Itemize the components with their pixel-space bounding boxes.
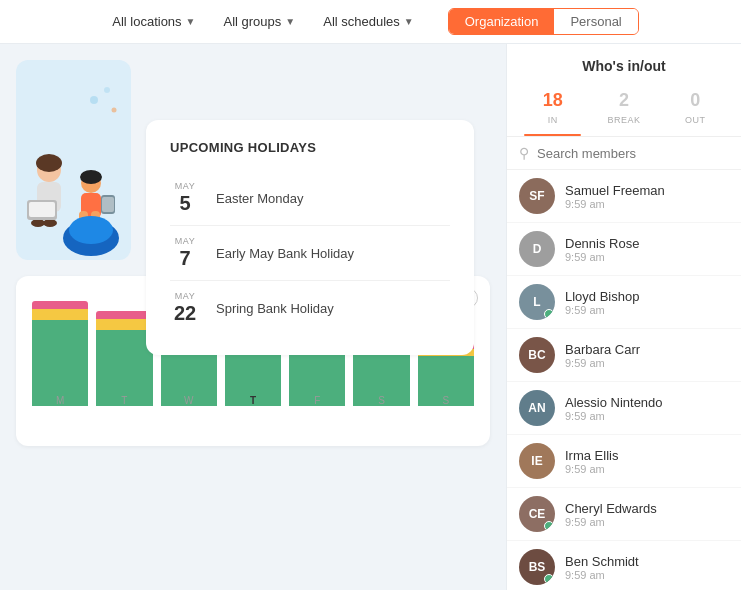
member-name: Samuel Freeman bbox=[565, 183, 729, 198]
avatar-initials: BC bbox=[528, 348, 545, 362]
locations-label: All locations bbox=[112, 14, 181, 29]
schedules-label: All schedules bbox=[323, 14, 400, 29]
holiday-item: MAY 22 Spring Bank Holiday bbox=[170, 281, 450, 335]
holiday-date: MAY 7 bbox=[170, 236, 200, 270]
schedules-dropdown[interactable]: All schedules ▼ bbox=[313, 8, 424, 35]
svg-rect-11 bbox=[29, 202, 55, 217]
svg-point-2 bbox=[111, 108, 116, 113]
chevron-down-icon: ▼ bbox=[404, 16, 414, 27]
bar-day-label: S bbox=[442, 395, 449, 406]
member-time: 9:59 am bbox=[565, 569, 729, 581]
bar-day-label: M bbox=[56, 395, 64, 406]
holiday-item: MAY 7 Early May Bank Holiday bbox=[170, 226, 450, 281]
member-time: 9:59 am bbox=[565, 304, 729, 316]
search-bar: ⚲ bbox=[507, 137, 741, 170]
avatar: BS bbox=[519, 549, 555, 585]
bar-day-label: F bbox=[314, 395, 320, 406]
top-navigation: All locations ▼ All groups ▼ All schedul… bbox=[0, 0, 741, 44]
holiday-date: MAY 5 bbox=[170, 181, 200, 215]
chevron-down-icon: ▼ bbox=[285, 16, 295, 27]
search-input[interactable] bbox=[537, 146, 729, 161]
list-item[interactable]: D Dennis Rose 9:59 am bbox=[507, 223, 741, 276]
break-count: 2 bbox=[592, 90, 655, 111]
member-info: Ben Schmidt 9:59 am bbox=[565, 554, 729, 581]
top-section: UPCOMING HOLIDAYS MAY 5 Easter Monday MA… bbox=[16, 60, 490, 260]
list-item[interactable]: BS Ben Schmidt 9:59 am bbox=[507, 541, 741, 590]
holiday-item: MAY 5 Easter Monday bbox=[170, 171, 450, 226]
view-toggle: Organization Personal bbox=[448, 8, 639, 35]
in-count: 18 bbox=[521, 90, 584, 111]
avatar: IE bbox=[519, 443, 555, 479]
holiday-day: 22 bbox=[170, 301, 200, 325]
break-label: BREAK bbox=[607, 115, 640, 125]
holidays-card: UPCOMING HOLIDAYS MAY 5 Easter Monday MA… bbox=[146, 120, 474, 355]
organization-toggle[interactable]: Organization bbox=[449, 9, 555, 34]
groups-label: All groups bbox=[224, 14, 282, 29]
bar-day-label: S bbox=[378, 395, 385, 406]
avatar: SF bbox=[519, 178, 555, 214]
member-name: Barbara Carr bbox=[565, 342, 729, 357]
bar-segment-pink bbox=[32, 301, 88, 309]
list-item[interactable]: IE Irma Ellis 9:59 am bbox=[507, 435, 741, 488]
avatar-initials: BS bbox=[529, 560, 546, 574]
avatar: D bbox=[519, 231, 555, 267]
tab-break[interactable]: 2 BREAK bbox=[588, 84, 659, 136]
member-info: Irma Ellis 9:59 am bbox=[565, 448, 729, 475]
locations-dropdown[interactable]: All locations ▼ bbox=[102, 8, 205, 35]
list-item[interactable]: BC Barbara Carr 9:59 am bbox=[507, 329, 741, 382]
whos-inout-title: Who's in/out bbox=[507, 44, 741, 84]
avatar: AN bbox=[519, 390, 555, 426]
member-info: Cheryl Edwards 9:59 am bbox=[565, 501, 729, 528]
member-time: 9:59 am bbox=[565, 463, 729, 475]
list-item[interactable]: L Lloyd Bishop 9:59 am bbox=[507, 276, 741, 329]
bar-day-label: T bbox=[250, 395, 256, 406]
svg-point-1 bbox=[104, 87, 110, 93]
bar-segment-pink bbox=[96, 311, 152, 319]
svg-point-4 bbox=[36, 154, 62, 172]
svg-rect-20 bbox=[102, 197, 114, 212]
member-time: 9:59 am bbox=[565, 357, 729, 369]
holiday-month: MAY bbox=[170, 291, 200, 301]
avatar-initials: D bbox=[533, 242, 542, 256]
bar-segment-yellow bbox=[96, 319, 152, 330]
member-name: Ben Schmidt bbox=[565, 554, 729, 569]
bar-day-label: W bbox=[184, 395, 193, 406]
member-time: 9:59 am bbox=[565, 198, 729, 210]
avatar: CE bbox=[519, 496, 555, 532]
avatar: L bbox=[519, 284, 555, 320]
list-item[interactable]: SF Samuel Freeman 9:59 am bbox=[507, 170, 741, 223]
member-time: 9:59 am bbox=[565, 251, 729, 263]
in-label: IN bbox=[548, 115, 558, 125]
status-tabs: 18 IN 2 BREAK 0 OUT bbox=[507, 84, 741, 137]
svg-point-18 bbox=[69, 216, 113, 244]
member-name: Alessio Nintendo bbox=[565, 395, 729, 410]
member-info: Barbara Carr 9:59 am bbox=[565, 342, 729, 369]
holiday-name: Easter Monday bbox=[216, 191, 303, 206]
bar-stack bbox=[32, 301, 88, 406]
bar-stack bbox=[96, 311, 152, 406]
left-panel: UPCOMING HOLIDAYS MAY 5 Easter Monday MA… bbox=[0, 44, 506, 590]
personal-toggle[interactable]: Personal bbox=[554, 9, 637, 34]
avatar-initials: SF bbox=[529, 189, 544, 203]
avatar-initials: CE bbox=[529, 507, 546, 521]
tab-out[interactable]: 0 OUT bbox=[660, 84, 731, 136]
member-info: Samuel Freeman 9:59 am bbox=[565, 183, 729, 210]
holidays-list: MAY 5 Easter Monday MAY 7 Early May Bank… bbox=[170, 171, 450, 335]
member-time: 9:59 am bbox=[565, 410, 729, 422]
search-icon: ⚲ bbox=[519, 145, 529, 161]
avatar-initials: IE bbox=[531, 454, 542, 468]
bar-segment-yellow bbox=[32, 309, 88, 320]
groups-dropdown[interactable]: All groups ▼ bbox=[214, 8, 306, 35]
holiday-day: 5 bbox=[170, 191, 200, 215]
member-info: Alessio Nintendo 9:59 am bbox=[565, 395, 729, 422]
list-item[interactable]: CE Cheryl Edwards 9:59 am bbox=[507, 488, 741, 541]
illustration bbox=[16, 60, 131, 260]
svg-point-8 bbox=[31, 219, 45, 227]
holiday-date: MAY 22 bbox=[170, 291, 200, 325]
bar-group: M bbox=[32, 301, 88, 406]
list-item[interactable]: AN Alessio Nintendo 9:59 am bbox=[507, 382, 741, 435]
bar-group: T bbox=[96, 311, 152, 406]
tab-in[interactable]: 18 IN bbox=[517, 84, 588, 136]
right-panel: Who's in/out 18 IN 2 BREAK 0 OUT ⚲ SF bbox=[506, 44, 741, 590]
member-name: Irma Ellis bbox=[565, 448, 729, 463]
